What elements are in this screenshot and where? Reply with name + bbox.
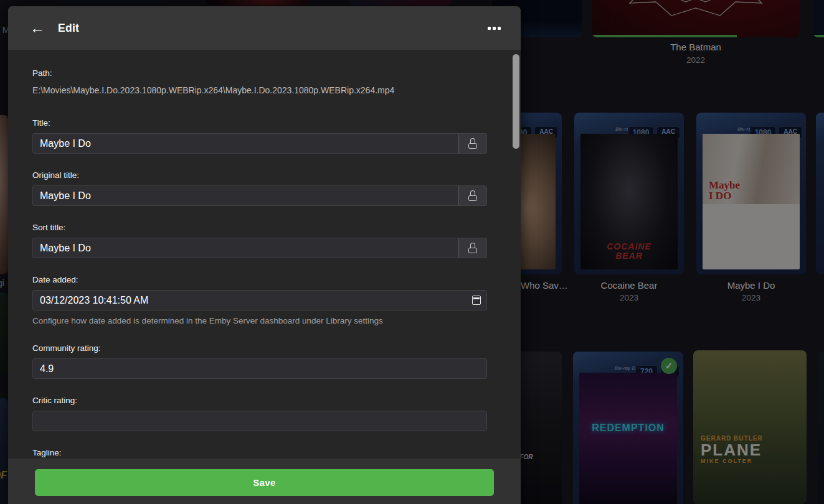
- dialog-body: Path: E:\Movies\Maybe.I.Do.2023.1080p.WE…: [8, 50, 521, 504]
- critic-rating-input[interactable]: [32, 411, 487, 431]
- sort-title-label: Sort title:: [32, 223, 487, 232]
- original-title-label: Original title:: [32, 170, 487, 180]
- title-lock-button[interactable]: [459, 133, 487, 154]
- community-rating-input[interactable]: [32, 358, 487, 379]
- path-label: Path:: [32, 68, 487, 78]
- edit-metadata-dialog: ← Edit Path: E:\Movies\Maybe.I.Do.2023.1…: [8, 6, 521, 504]
- screen: The Batman 2022 1080 AAC Blu-ray Disc 10…: [0, 0, 824, 504]
- scrollbar-thumb[interactable]: [513, 54, 519, 149]
- more-menu-button[interactable]: [485, 22, 503, 35]
- community-rating-field: Community rating:: [32, 343, 487, 379]
- dialog-footer: Save: [8, 459, 521, 504]
- more-dot: [488, 27, 491, 30]
- community-rating-label: Community rating:: [32, 343, 487, 353]
- date-added-label: Date added:: [32, 275, 487, 284]
- dialog-scrollbar[interactable]: [512, 51, 520, 503]
- dialog-header: ← Edit: [8, 6, 521, 50]
- original-title-field: Original title:: [32, 170, 487, 206]
- date-added-field: Date added: Configure how date added is …: [32, 275, 487, 325]
- unlock-icon: [468, 138, 478, 149]
- unlock-icon: [468, 243, 478, 253]
- unlock-icon: [468, 190, 478, 201]
- title-field: Title:: [32, 118, 487, 154]
- path-value: E:\Movies\Maybe.I.Do.2023.1080p.WEBRip.x…: [32, 85, 487, 95]
- dialog-title: Edit: [58, 22, 79, 35]
- back-button[interactable]: ←: [27, 17, 48, 39]
- title-input[interactable]: [32, 133, 459, 154]
- title-label: Title:: [32, 118, 487, 128]
- critic-rating-field: Critic rating:: [32, 396, 487, 431]
- sort-title-field: Sort title:: [32, 223, 487, 258]
- save-button[interactable]: Save: [35, 469, 494, 496]
- back-arrow-icon: ←: [30, 19, 45, 37]
- tagline-label: Tagline:: [32, 448, 487, 457]
- sort-title-lock-button[interactable]: [459, 238, 487, 258]
- more-dot: [493, 27, 496, 30]
- date-added-helper-text: Configure how date added is determined i…: [32, 316, 487, 325]
- original-title-input[interactable]: [32, 185, 459, 206]
- original-title-lock-button[interactable]: [459, 185, 487, 206]
- more-dot: [498, 27, 501, 30]
- critic-rating-label: Critic rating:: [32, 396, 487, 405]
- sort-title-input[interactable]: [32, 238, 459, 258]
- date-added-input[interactable]: [32, 290, 487, 310]
